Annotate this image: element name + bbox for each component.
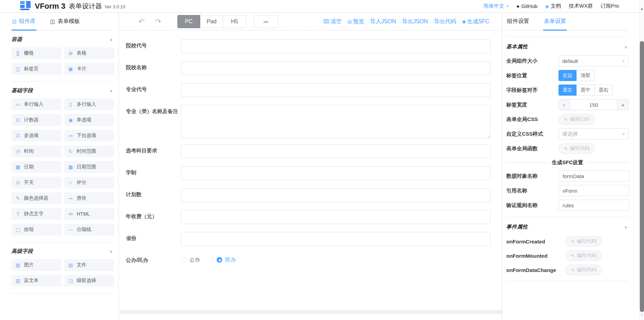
widget-item-grid[interactable]: ⣿ 栅格	[11, 47, 62, 59]
widget-item-switch[interactable]: ⊙ 开关	[11, 177, 62, 189]
collapse-chevron-icon[interactable]: ∨	[624, 45, 629, 49]
field-input[interactable]	[181, 232, 491, 246]
export-code-button[interactable]: 导出代码	[434, 18, 456, 25]
widget-item-static-text[interactable]: T 静态文字	[11, 208, 62, 220]
collapse-chevron-icon[interactable]: ∨	[110, 37, 114, 42]
custom-css-select[interactable]: 请选择 ∨	[558, 128, 629, 139]
scroll-up-arrow-icon[interactable]: ▲	[639, 7, 644, 10]
tab-form-template[interactable]: ◫ 表单模板	[50, 18, 81, 31]
field-input[interactable]	[181, 188, 491, 202]
field-input[interactable]	[181, 210, 491, 224]
widget-item-date-range[interactable]: ▩ 日期范围	[64, 161, 114, 173]
widget-item-slider[interactable]: ⊸ 滑块	[64, 192, 114, 204]
widget-item-rich-editor[interactable]: ▥ 富文本	[11, 275, 62, 287]
github-label: GitHub	[521, 3, 538, 9]
radio-option-public[interactable]: 公办	[181, 257, 200, 263]
clear-button[interactable]: ⌧ 清空	[323, 18, 341, 25]
card-icon: ▣	[68, 66, 74, 72]
event-label: onFormCreated	[506, 239, 565, 245]
page-scrollbar[interactable]: ▲ ▼	[639, 0, 644, 320]
device-pc-button[interactable]: PC	[177, 15, 200, 28]
radio-option-private[interactable]: 民办	[217, 257, 236, 263]
widget-item-single-input[interactable]: ▭ 单行输入	[11, 98, 62, 110]
edit-pen-icon: ✎	[571, 253, 575, 258]
label-align-center-button[interactable]: 居中	[577, 85, 595, 96]
app-version: Ver 3.0.10	[105, 4, 125, 9]
widget-item-tab-page[interactable]: ◫ 标签页	[11, 63, 62, 75]
widget-item-multi-input[interactable]: ▯ 多行输入	[64, 98, 114, 110]
field-input[interactable]	[181, 166, 491, 180]
field-input[interactable]	[181, 83, 491, 97]
docs-link[interactable]: ◈ 文档	[545, 3, 561, 9]
widget-item-radio[interactable]: ◉ 单选项	[64, 114, 114, 126]
field-textarea[interactable]	[181, 105, 491, 138]
slider-icon: ⊸	[68, 195, 74, 201]
undo-icon[interactable]: ↶	[137, 17, 146, 26]
field-input[interactable]	[181, 144, 491, 158]
widget-size-select[interactable]: default ∨	[558, 55, 629, 66]
collapse-chevron-icon[interactable]: ∨	[110, 249, 114, 254]
edit-on-form-data-change-button[interactable]: ✎ 编写代码	[565, 265, 602, 275]
node-tree-button[interactable]: ≔	[254, 15, 278, 28]
label-position-left-button[interactable]: 左边	[558, 70, 577, 81]
widget-item-cascader[interactable]: ◳ 级联选择	[64, 275, 114, 287]
generate-sfc-button[interactable]: ◈ 生成SFC	[462, 18, 489, 25]
edit-functions-button[interactable]: ✎ 编写代码	[558, 143, 595, 154]
wx-group-link[interactable]: 技术WX群	[569, 3, 593, 9]
edit-on-form-mounted-button[interactable]: ✎ 编写代码	[565, 250, 602, 261]
collapse-chevron-icon[interactable]: ∨	[624, 225, 629, 230]
language-select[interactable]: 简体中文 ∨	[483, 3, 509, 9]
redo-icon[interactable]: ↷	[154, 17, 163, 26]
label-align-left-button[interactable]: 居左	[558, 85, 577, 96]
widget-item-file[interactable]: ▤ 文件	[64, 259, 114, 271]
label-align-right-button[interactable]: 居右	[595, 85, 613, 96]
field-label: 省份	[122, 232, 181, 246]
widget-item-label: 日期范围	[77, 164, 96, 170]
edit-css-button[interactable]: ✎ 编写CSS	[558, 114, 595, 125]
tab-widget-library[interactable]: ⊡ 组件库	[11, 18, 37, 31]
subscribe-pro-link[interactable]: 订阅Pro	[601, 3, 619, 9]
prop-label: 自定义CSS样式	[506, 131, 558, 137]
widget-item-html[interactable]: </> HTML	[64, 208, 114, 220]
stepper-plus-button[interactable]: +	[617, 99, 628, 110]
widget-item-rate[interactable]: ☆ 评分	[64, 177, 114, 189]
github-link[interactable]: ● GitHub	[516, 3, 538, 9]
label-width-value[interactable]: 150	[570, 99, 617, 110]
widget-item-table[interactable]: ⊞ 表格	[64, 47, 114, 59]
eye-icon: ◎	[347, 18, 352, 25]
export-json-button[interactable]: 导出JSON	[402, 18, 428, 25]
preview-button[interactable]: ◎ 预览	[347, 18, 364, 25]
section-header-container: 容器 ∨	[11, 36, 114, 43]
tab-widget-settings[interactable]: 组件设置	[506, 18, 530, 31]
scrollbar-thumb[interactable]	[640, 41, 644, 312]
import-json-button[interactable]: 导入JSON	[370, 18, 396, 25]
widget-item-time-range[interactable]: ↻ 时间范围	[64, 145, 114, 157]
stepper-minus-button[interactable]: −	[559, 99, 570, 110]
widget-item-time[interactable]: ◷ 时间	[11, 145, 62, 157]
widget-item-card[interactable]: ▣ 卡片	[64, 63, 114, 75]
label-position-top-button[interactable]: 顶部	[577, 70, 595, 81]
tab-form-settings[interactable]: 表单设置	[543, 18, 567, 31]
device-pad-button[interactable]: Pad	[200, 15, 223, 28]
widget-item-counter[interactable]: ⊡ 计数器	[11, 114, 62, 126]
edit-on-form-created-button[interactable]: ✎ 编写代码	[565, 236, 602, 247]
rules-name-input[interactable]	[558, 200, 629, 211]
widget-item-divider[interactable]: — 分隔线	[64, 224, 114, 235]
field-input[interactable]	[181, 39, 491, 53]
data-object-name-input[interactable]	[558, 170, 629, 182]
widget-item-select[interactable]: ≔ 下拉选项	[64, 130, 114, 142]
widget-item-checkbox[interactable]: ☑ 多选项	[11, 130, 62, 142]
section-divider	[11, 81, 114, 82]
widget-item-picture[interactable]: ▧ 图片	[11, 259, 62, 271]
form-canvas[interactable]: 院校代号 院校名称 专业代号 专业（类）名称及备注 选考科目要求	[120, 31, 502, 310]
prop-row-ref-name: 引用名称	[506, 185, 629, 196]
widget-item-date[interactable]: ▦ 日期	[11, 161, 62, 173]
field-input[interactable]	[181, 61, 491, 75]
radio-option-label: 民办	[225, 257, 236, 263]
scroll-down-arrow-icon[interactable]: ▼	[639, 313, 644, 317]
collapse-chevron-icon[interactable]: ∨	[110, 88, 114, 93]
device-h5-button[interactable]: H5	[223, 15, 246, 28]
widget-item-color-picker[interactable]: ✎ 颜色选择器	[11, 192, 62, 204]
ref-name-input[interactable]	[558, 185, 629, 196]
widget-item-button[interactable]: ▢ 按钮	[11, 224, 62, 235]
